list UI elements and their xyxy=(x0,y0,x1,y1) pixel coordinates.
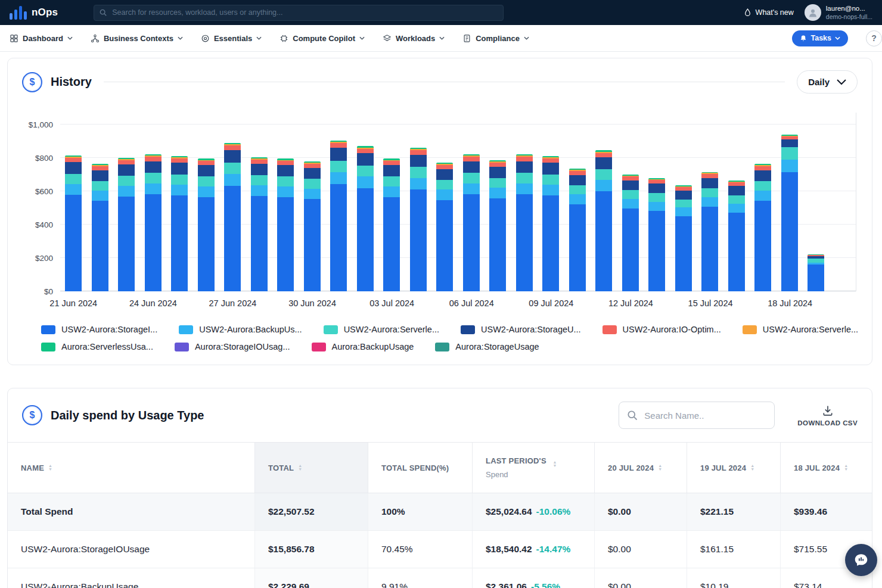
nops-logo[interactable]: nOps xyxy=(10,5,58,20)
bar-segment xyxy=(251,175,268,185)
chart-bar[interactable] xyxy=(781,135,798,291)
column-header-total-spend-pct[interactable]: TOTAL SPEND(%) xyxy=(368,443,473,493)
legend-row-1: USW2-Aurora:StorageI...USW2-Aurora:Backu… xyxy=(41,325,866,334)
bar-segment xyxy=(251,164,268,175)
legend-item[interactable]: USW2-Aurora:Serverle... xyxy=(743,325,858,334)
chart-bar[interactable] xyxy=(224,143,241,291)
main-nav: Dashboard Business Contexts Essentials C… xyxy=(0,25,882,52)
help-button[interactable]: ? xyxy=(866,30,882,46)
cell-jul19: $161.15 xyxy=(687,531,781,568)
chart-bar[interactable] xyxy=(728,181,745,291)
bar-segment xyxy=(304,168,321,179)
chart-bar[interactable] xyxy=(65,155,82,291)
user-menu[interactable]: lauren@no... demo-nops-full... xyxy=(805,4,872,21)
chart-bar[interactable] xyxy=(569,169,586,291)
bar-segment xyxy=(118,176,135,186)
column-header-last-period[interactable]: LAST PERIOD'S ▲▼ Spend xyxy=(473,443,595,493)
bar-segment xyxy=(675,207,692,216)
column-header-name[interactable]: NAME ▲▼ xyxy=(8,443,255,493)
chat-launcher-button[interactable] xyxy=(845,544,877,576)
legend-swatch xyxy=(175,343,189,351)
column-header-total[interactable]: TOTAL ▲▼ xyxy=(255,443,368,493)
bar-segment xyxy=(489,178,506,188)
cell-name: Total Spend xyxy=(8,493,255,530)
range-dropdown[interactable]: Daily xyxy=(797,70,858,94)
chart-bar[interactable] xyxy=(754,164,771,291)
global-search-input[interactable] xyxy=(94,5,504,21)
nav-item-essentials[interactable]: Essentials xyxy=(201,34,262,43)
chart-bar[interactable] xyxy=(808,254,824,291)
chart-bar[interactable] xyxy=(171,156,188,291)
table-search[interactable] xyxy=(619,402,775,429)
chart-bar[interactable] xyxy=(489,160,506,291)
legend-item[interactable]: USW2-Aurora:BackupUs... xyxy=(179,325,302,334)
bar-segment xyxy=(330,184,347,291)
legend-item[interactable]: Aurora:StorageUsage xyxy=(435,342,539,351)
chart-bar[interactable] xyxy=(675,185,692,291)
chart-bar[interactable] xyxy=(198,158,215,291)
chart-bar[interactable] xyxy=(304,161,321,291)
bar-segment xyxy=(754,166,771,170)
bar-segment xyxy=(622,209,639,291)
legend-item[interactable]: USW2-Aurora:Serverle... xyxy=(324,325,439,334)
legend-item[interactable]: USW2-Aurora:StorageU... xyxy=(461,325,581,334)
bell-icon xyxy=(800,35,807,42)
chart-bar[interactable] xyxy=(648,178,665,291)
chart-bar[interactable] xyxy=(410,148,427,291)
chart-bar[interactable] xyxy=(92,164,108,291)
chart-bar[interactable] xyxy=(118,158,135,291)
bar-segment xyxy=(383,186,400,197)
column-header-jul-18[interactable]: 18 JUL 2024 ▲▼ xyxy=(781,443,872,493)
chart-bar[interactable] xyxy=(542,156,559,291)
legend-item[interactable]: USW2-Aurora:IO-Optim... xyxy=(603,325,721,334)
chart-bar[interactable] xyxy=(622,175,639,291)
chart-bar[interactable] xyxy=(277,158,294,291)
global-search[interactable] xyxy=(94,5,504,21)
chevron-down-icon xyxy=(835,36,840,40)
bar-segment xyxy=(781,147,798,160)
dashboard-icon xyxy=(10,34,18,43)
chart-bar[interactable] xyxy=(145,154,162,291)
table-search-input[interactable] xyxy=(619,402,775,429)
legend-item[interactable]: Aurora:StorageIOUsag... xyxy=(175,342,290,351)
chart-bar[interactable] xyxy=(701,172,718,291)
cell-jul20: $0.00 xyxy=(595,568,687,588)
legend-item[interactable]: Aurora:BackupUsage xyxy=(312,342,414,351)
legend-item[interactable]: USW2-Aurora:StorageI... xyxy=(41,325,157,334)
chevron-down-icon xyxy=(256,36,262,40)
bar-segment xyxy=(516,157,533,161)
column-header-jul-20[interactable]: 20 JUL 2024 ▲▼ xyxy=(595,443,687,493)
nav-item-compliance[interactable]: Compliance xyxy=(462,34,529,43)
chart-bar[interactable] xyxy=(357,146,374,291)
nav-item-dashboard[interactable]: Dashboard xyxy=(10,34,73,43)
change-pct: -14.47% xyxy=(536,544,571,555)
nav-item-workloads[interactable]: Workloads xyxy=(383,34,445,43)
bar-segment xyxy=(277,186,294,197)
column-header-jul-19[interactable]: 19 JUL 2024 ▲▼ xyxy=(687,443,781,493)
whats-new-button[interactable]: What's new xyxy=(744,8,794,17)
sort-icon: ▲▼ xyxy=(298,464,302,471)
x-axis-tick: 09 Jul 2024 xyxy=(529,298,573,308)
chart-bar[interactable] xyxy=(595,150,612,291)
nav-item-compute-copilot[interactable]: Compute Copilot xyxy=(279,34,365,43)
chart-bar[interactable] xyxy=(463,154,480,291)
chevron-down-icon xyxy=(439,36,445,40)
legend-item[interactable]: Aurora:ServerlessUsa... xyxy=(41,342,153,351)
legend-label: USW2-Aurora:Serverle... xyxy=(344,325,439,334)
download-icon xyxy=(822,405,834,416)
download-csv-button[interactable]: DOWNLOAD CSV xyxy=(797,405,858,427)
cell-pct: 9.91% xyxy=(368,568,473,588)
tasks-button[interactable]: Tasks xyxy=(792,30,848,46)
cell-name: USW2-Aurora:StorageIOUsage xyxy=(8,531,255,568)
chart-bar[interactable] xyxy=(383,158,400,291)
bar-segment xyxy=(569,194,586,204)
chevron-down-icon xyxy=(359,36,365,40)
chart-bar[interactable] xyxy=(330,141,347,291)
legend-swatch xyxy=(41,343,55,351)
bar-segment xyxy=(781,160,798,172)
bar-segment xyxy=(171,175,188,185)
chart-bar[interactable] xyxy=(436,163,453,291)
chart-bar[interactable] xyxy=(251,157,268,291)
nav-item-business-contexts[interactable]: Business Contexts xyxy=(91,34,183,43)
chart-bar[interactable] xyxy=(516,154,533,291)
